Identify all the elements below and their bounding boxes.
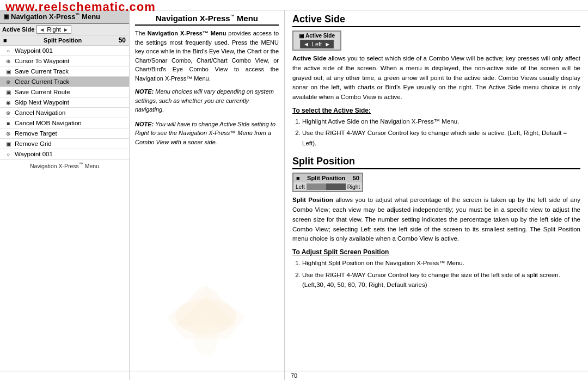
page-footer: 70 (0, 371, 588, 379)
left-arrow-icon[interactable]: ◄ (303, 41, 309, 47)
cursor-icon: ⊕ (4, 58, 12, 64)
menu-item-label: Save Current Track (15, 68, 69, 75)
waypoint-icon: ○ (4, 48, 12, 54)
split-position-value: 50 (119, 36, 126, 44)
svg-marker-3 (167, 286, 245, 339)
page-number: 70 (291, 372, 297, 379)
active-side-subheading: To select the Active Side: (292, 107, 580, 114)
menu-item-skip-waypoint[interactable]: ◉ Skip Next Waypoint (0, 97, 129, 108)
widget-label: Active Side (305, 33, 335, 39)
active-side-value: Right (47, 26, 61, 33)
menu-item-label: Waypoint 001 (15, 151, 53, 157)
selector-value: Left (312, 41, 322, 47)
active-side-label: Active Side (2, 26, 34, 33)
active-side-widget[interactable]: ▣ Active Side ◄ Left ► (292, 30, 341, 51)
split-position-body: Split Position allows you to adjust what… (292, 195, 580, 244)
middle-panel-title: Navigation X-Press™ Menu (135, 14, 279, 26)
menu-item-remove-target[interactable]: ⊗ Remove Target (0, 128, 129, 139)
list-item: Highlight Split Position on the Navigati… (302, 258, 580, 268)
save-track-icon: ▣ (4, 69, 12, 75)
menu-item-cancel-nav[interactable]: ⊗ Cancel Navigation (0, 108, 129, 118)
active-side-title: Active Side (292, 14, 580, 27)
menu-item-cursor-waypoint[interactable]: ⊕ Cursor To Waypoint (0, 56, 129, 66)
menu-item-label: Cancel MOB Navigation (15, 120, 82, 126)
split-widget-header: ■ Split Position 50 (293, 174, 362, 182)
split-position-steps: Highlight Split Position on the Navigati… (292, 258, 580, 290)
remove-target-icon: ⊗ (4, 131, 12, 137)
menu-split-position-row[interactable]: ■ Split Position 50 (0, 35, 129, 46)
left-menu-panel: ▣ Navigation X-Press™ Menu Active Side ◄… (0, 10, 130, 380)
active-side-selector[interactable]: ◄ Right ► (36, 25, 71, 34)
widget-title: ▣ Active Side (299, 33, 335, 39)
svg-point-4 (193, 312, 219, 356)
menu-item-label: Remove Grid (15, 140, 52, 147)
remove-grid-icon: ▣ (4, 141, 12, 147)
menu-item-cancel-mob[interactable]: ■ Cancel MOB Navigation (0, 118, 129, 128)
active-side-left-arrow[interactable]: ◄ (39, 27, 45, 33)
skip-icon: ◉ (4, 100, 12, 106)
middle-panel-body: The Navigation X-Press™ Menu provides ac… (135, 29, 279, 83)
menu-item-label: Cursor To Waypoint (15, 58, 69, 64)
svg-marker-2 (175, 295, 236, 326)
split-bar-fill (307, 183, 326, 190)
middle-content-panel: Navigation X-Press™ Menu The Navigation … (130, 10, 285, 380)
active-side-steps: Highlight Active Side on the Navigation … (292, 117, 580, 148)
waypoint-b-icon: ○ (4, 151, 12, 157)
menu-item-label: Waypoint 001 (15, 47, 53, 54)
split-position-icon: ■ (3, 37, 7, 44)
list-item: Highlight Active Side on the Navigation … (302, 117, 580, 126)
save-route-icon: ▣ (4, 89, 12, 95)
menu-item-label: Cancel Navigation (15, 109, 65, 116)
split-position-section: Split Position ■ Split Position 50 Left … (292, 156, 580, 290)
split-position-label: Split Position (44, 37, 82, 44)
cancel-mob-icon: ■ (4, 120, 12, 126)
menu-header-title: Navigation X-Press™ Menu (11, 13, 100, 21)
menu-item-waypoint001b[interactable]: ○ Waypoint 001 (0, 149, 129, 160)
active-side-right-arrow[interactable]: ► (63, 27, 69, 33)
menu-caption: Navigation X-Press™ Menu (0, 160, 129, 171)
cancel-nav-icon: ⊗ (4, 110, 12, 116)
menu-item-label: Remove Target (15, 130, 57, 137)
widget-selector[interactable]: ◄ Left ► (300, 40, 334, 48)
svg-point-1 (188, 286, 223, 339)
split-position-subheading: To Adjust Split Screen Position (292, 248, 580, 256)
active-side-body: Active Side allows you to select which s… (292, 54, 580, 102)
split-widget-title: Split Position (307, 175, 345, 181)
middle-panel-note2: NOTE: You will have to change Active Sid… (135, 120, 279, 147)
right-content-panel: Active Side ▣ Active Side ◄ Left ► Activ… (285, 10, 588, 380)
split-position-title: Split Position (292, 156, 580, 169)
bar-right-label: Right (347, 184, 360, 190)
split-bar (307, 183, 346, 190)
menu-item-save-route[interactable]: ▣ Save Current Route (0, 87, 129, 97)
split-widget-bar-row: Left Right (293, 182, 362, 191)
bar-left-label: Left (296, 184, 305, 190)
split-widget-value: 50 (353, 175, 359, 181)
split-widget-icon: ■ (296, 175, 300, 181)
menu-item-label: Save Current Route (15, 89, 70, 95)
menu-header-icon: ▣ (3, 13, 9, 20)
right-arrow-icon[interactable]: ► (324, 41, 330, 47)
menu-active-side-row[interactable]: Active Side ◄ Right ► (0, 24, 129, 35)
menu-item-label: Clear Current Track (15, 78, 69, 85)
split-position-widget-row: ■ Split Position 50 Left Right (292, 173, 580, 192)
decorative-bird-watermark (140, 260, 271, 369)
menu-item-remove-grid[interactable]: ▣ Remove Grid (0, 139, 129, 149)
clear-track-icon: ⊗ (4, 79, 12, 85)
menu-item-label: Skip Next Waypoint (15, 99, 69, 106)
middle-panel-note1: NOTE: Menu choices will vary depending o… (135, 87, 279, 114)
menu-header: ▣ Navigation X-Press™ Menu (0, 10, 129, 24)
split-position-widget[interactable]: ■ Split Position 50 Left Right (292, 173, 363, 192)
active-side-widget-row: ▣ Active Side ◄ Left ► (292, 30, 580, 51)
menu-item-waypoint001[interactable]: ○ Waypoint 001 (0, 46, 129, 56)
menu-item-save-track[interactable]: ▣ Save Current Track (0, 66, 129, 77)
list-item: Use the RIGHT 4-WAY Cursor Control key t… (302, 128, 580, 148)
svg-point-0 (175, 299, 236, 334)
menu-item-clear-track[interactable]: ⊗ Clear Current Track (0, 77, 129, 87)
active-side-section: Active Side ▣ Active Side ◄ Left ► Activ… (292, 14, 580, 148)
list-item: Use the RIGHT 4-WAY Cursor Control key t… (302, 270, 580, 290)
widget-icon: ▣ (299, 33, 304, 39)
